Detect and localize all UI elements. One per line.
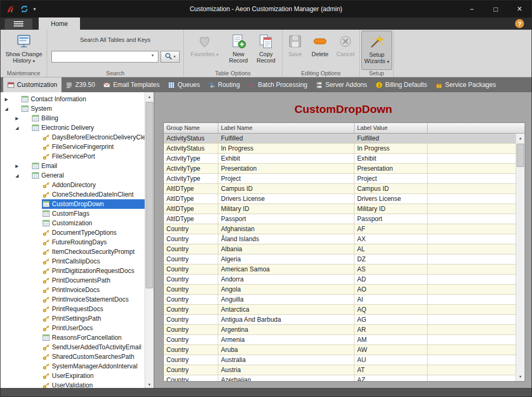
scroll-down-icon[interactable]: ▼ bbox=[516, 372, 525, 381]
grid-cell[interactable]: AT bbox=[354, 365, 428, 375]
scroll-up-icon[interactable]: ▲ bbox=[516, 134, 525, 143]
grid-row-country-armenia[interactable]: CountryArmeniaAM bbox=[164, 335, 516, 345]
tree-item-customdropdown[interactable]: CustomDropDown bbox=[1, 199, 145, 209]
grid-row-country-aruba[interactable]: CountryArubaAW bbox=[164, 345, 516, 355]
grid-cell[interactable]: Exhibit bbox=[354, 154, 428, 164]
grid-cell[interactable]: Austria bbox=[218, 365, 354, 375]
tree-item-general[interactable]: ◢General bbox=[1, 171, 145, 180]
tree-item-reasonsforcancellation[interactable]: ReasonsForCancellation bbox=[1, 333, 145, 342]
grid-cell[interactable] bbox=[428, 254, 516, 264]
grid-cell[interactable]: Presentation bbox=[354, 164, 428, 174]
grid-cell[interactable]: Campus ID bbox=[354, 184, 428, 194]
grid-cell[interactable]: AW bbox=[354, 345, 428, 355]
tree-item-email[interactable]: ▶Email bbox=[1, 161, 145, 171]
grid-row-altidtype-campus-id[interactable]: AltIDTypeCampus IDCampus ID bbox=[164, 184, 516, 194]
grid-cell[interactable] bbox=[428, 224, 516, 234]
grid-cell[interactable]: AI bbox=[354, 295, 428, 305]
tree-item-futureroutingdays[interactable]: FutureRoutingDays bbox=[1, 237, 145, 247]
maximize-button[interactable]: □ bbox=[484, 1, 508, 17]
grid-cell[interactable]: Country bbox=[164, 315, 218, 325]
tree-item-customization[interactable]: Customization bbox=[1, 218, 145, 228]
column-header-label-name[interactable]: Label Name bbox=[218, 123, 354, 133]
grid-cell[interactable]: Armenia bbox=[218, 335, 354, 345]
grid-cell[interactable]: ActivityStatus bbox=[164, 134, 218, 144]
grid-row-country-azerbaijan[interactable]: CountryAzerbaijanAZ bbox=[164, 375, 516, 381]
tree-item-clonescheduleddateinclient[interactable]: CloneScheduledDateInClient bbox=[1, 190, 145, 199]
grid-cell[interactable]: AltIDType bbox=[164, 214, 218, 224]
grid-cell[interactable]: AL bbox=[354, 244, 428, 254]
column-header-empty[interactable] bbox=[428, 123, 525, 133]
grid-cell[interactable]: AG bbox=[354, 315, 428, 325]
grid-cell[interactable]: Country bbox=[164, 305, 218, 315]
grid-cell[interactable]: Country bbox=[164, 264, 218, 275]
grid-cell[interactable]: Country bbox=[164, 275, 218, 285]
grid-cell[interactable]: Drivers License bbox=[218, 194, 354, 204]
grid-row-country-albania[interactable]: CountryAlbaniaAL bbox=[164, 244, 516, 254]
grid-cell[interactable] bbox=[428, 355, 516, 365]
grid-row-activitytype-presentation[interactable]: ActivityTypePresentationPresentation bbox=[164, 164, 516, 174]
grid-cell[interactable]: AF bbox=[354, 224, 428, 234]
setup-wizards-button[interactable]: Setup Wizards ▾ bbox=[361, 31, 392, 70]
grid-cell[interactable]: AltIDType bbox=[164, 194, 218, 204]
tree-item-billing[interactable]: ▶Billing bbox=[1, 113, 145, 123]
grid-row-activitystatus-in-progress[interactable]: ActivityStatusIn ProgressIn Progress bbox=[164, 144, 516, 154]
tree-item-sharedcustomsearchespath[interactable]: SharedCustomSearchesPath bbox=[1, 352, 145, 361]
grid-cell[interactable]: Albania bbox=[218, 244, 354, 254]
expanded-expander-icon[interactable]: ◢ bbox=[15, 173, 31, 178]
grid-cell[interactable] bbox=[428, 305, 516, 315]
collapsed-expander-icon[interactable]: ▶ bbox=[5, 97, 21, 102]
grid-cell[interactable] bbox=[428, 345, 516, 355]
grid-cell[interactable]: Country bbox=[164, 325, 218, 335]
grid-cell[interactable]: Fulfilled bbox=[354, 134, 428, 144]
grid-cell[interactable]: Presentation bbox=[218, 164, 354, 174]
grid-row-activitystatus-fulfilled[interactable]: ActivityStatusFulfilledFulfilled bbox=[164, 134, 516, 144]
grid-cell[interactable] bbox=[428, 214, 516, 224]
grid-cell[interactable]: Aruba bbox=[218, 345, 354, 355]
scroll-up-icon[interactable]: ▲ bbox=[145, 92, 154, 101]
grid-cell[interactable]: Anguilla bbox=[218, 295, 354, 305]
tree-scrollbar-thumb[interactable] bbox=[146, 102, 153, 288]
grid-cell[interactable]: AZ bbox=[354, 375, 428, 381]
search-dropdown-icon[interactable]: ▾ bbox=[152, 53, 154, 58]
grid-cell[interactable] bbox=[428, 204, 516, 214]
ribbon-tab-home[interactable]: Home bbox=[39, 17, 80, 30]
tree-scrollbar[interactable]: ▲ ▼ bbox=[145, 92, 154, 389]
grid-cell[interactable]: Exhibit bbox=[218, 154, 354, 164]
collapsed-expander-icon[interactable]: ▶ bbox=[15, 116, 31, 121]
favorites-button[interactable]: Favorites ▾ bbox=[190, 31, 219, 70]
grid-cell[interactable]: Campus ID bbox=[218, 184, 354, 194]
tab-billing-defaults[interactable]: $Billing Defaults bbox=[371, 77, 431, 92]
grid-cell[interactable] bbox=[428, 154, 516, 164]
tree-item-printdigitizationrequestdocs[interactable]: PrintDigitizationRequestDocs bbox=[1, 266, 145, 276]
grid-cell[interactable]: Country bbox=[164, 365, 218, 375]
grid-cell[interactable] bbox=[428, 164, 516, 174]
grid-cell[interactable]: Country bbox=[164, 254, 218, 264]
grid-cell[interactable]: Algeria bbox=[218, 254, 354, 264]
tab-queues[interactable]: Queues bbox=[164, 77, 204, 92]
hamburger-menu-icon[interactable] bbox=[5, 19, 32, 29]
tree-item-itemcheckoutsecurityprompt[interactable]: ItemCheckoutSecurityPrompt bbox=[1, 247, 145, 257]
grid-cell[interactable]: Country bbox=[164, 335, 218, 345]
grid-cell[interactable] bbox=[428, 234, 516, 244]
tree-item-userexpiration[interactable]: UserExpiration bbox=[1, 371, 145, 381]
tree-item-systemmanageraddoninterval[interactable]: SystemManagerAddonInterval bbox=[1, 361, 145, 371]
grid-cell[interactable]: In Progress bbox=[218, 144, 354, 154]
tree-item-system[interactable]: ◢System bbox=[1, 104, 145, 113]
save-button[interactable]: Save bbox=[283, 31, 307, 70]
grid-row-altidtype-drivers-license[interactable]: AltIDTypeDrivers LicenseDrivers License bbox=[164, 194, 516, 204]
close-button[interactable]: × bbox=[508, 1, 531, 17]
grid-cell[interactable]: Military ID bbox=[354, 204, 428, 214]
grid-row-country-american-samoa[interactable]: CountryAmerican SamoaAS bbox=[164, 264, 516, 275]
grid-cell[interactable] bbox=[428, 194, 516, 204]
grid-cell[interactable] bbox=[428, 264, 516, 275]
column-header-group-name[interactable]: Group Name bbox=[164, 123, 218, 133]
tab-server-addons[interactable]: Server Addons bbox=[312, 77, 371, 92]
grid-cell[interactable]: ActivityType bbox=[164, 174, 218, 184]
minimize-button[interactable]: − bbox=[460, 1, 484, 17]
tree-item-fileservicefingerprint[interactable]: FileServiceFingerprint bbox=[1, 142, 145, 152]
expanded-expander-icon[interactable]: ◢ bbox=[15, 126, 31, 130]
grid-cell[interactable] bbox=[428, 375, 516, 381]
tree-item-addondirectory[interactable]: AddonDirectory bbox=[1, 180, 145, 190]
grid-cell[interactable]: Passport bbox=[218, 214, 354, 224]
column-header-label-value[interactable]: Label Value bbox=[354, 123, 428, 133]
